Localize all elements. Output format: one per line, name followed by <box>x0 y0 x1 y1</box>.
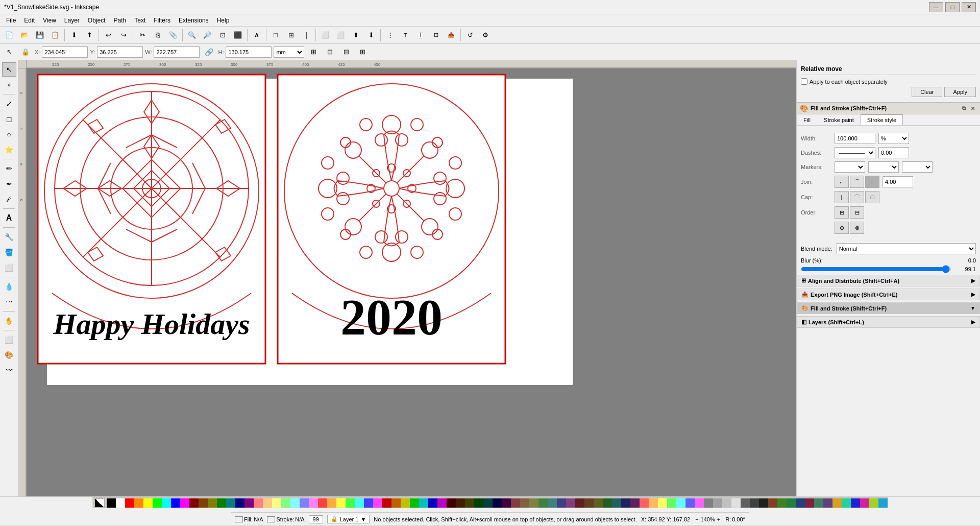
color-swatch[interactable] <box>327 498 336 508</box>
color-swatch[interactable] <box>272 498 281 508</box>
star-tool-btn[interactable]: ⭐ <box>2 142 16 157</box>
menu-file[interactable]: File <box>2 16 20 25</box>
color-swatch[interactable] <box>373 498 382 508</box>
color-swatch[interactable] <box>199 498 208 508</box>
color-swatch[interactable] <box>667 498 676 508</box>
color-swatch[interactable] <box>584 498 594 508</box>
color-swatch[interactable] <box>814 498 823 508</box>
menu-text[interactable]: Text <box>130 16 150 25</box>
grid-button[interactable]: ⊞ <box>284 28 298 42</box>
nodes-icon[interactable]: ⊞ <box>355 45 370 59</box>
menu-filters[interactable]: Filters <box>150 16 175 25</box>
save-copy-button[interactable]: 📋 <box>48 28 62 42</box>
color-swatch[interactable] <box>382 498 391 508</box>
color-swatch[interactable] <box>823 498 832 508</box>
color-swatch[interactable] <box>162 498 171 508</box>
color-swatch[interactable] <box>768 498 777 508</box>
color-swatch[interactable] <box>254 498 263 508</box>
color-swatch[interactable] <box>226 498 235 508</box>
apply-button[interactable]: Apply <box>944 87 976 97</box>
callig-tool-btn[interactable]: 🖋 <box>2 192 16 206</box>
open-button[interactable]: 📂 <box>17 28 32 42</box>
color-swatch[interactable] <box>125 498 134 508</box>
dashes-select[interactable]: ———————— - - - - - · · · · · <box>835 147 875 158</box>
color-swatch[interactable] <box>713 498 722 508</box>
blur-slider[interactable] <box>801 266 951 273</box>
color-swatch[interactable] <box>695 498 704 508</box>
zoom-tool-btn[interactable]: ⤢ <box>2 97 16 111</box>
color-swatch[interactable] <box>869 498 878 508</box>
group-button[interactable]: ⬜ <box>318 28 332 42</box>
menu-extensions[interactable]: Extensions <box>175 16 213 25</box>
copy-button[interactable]: ⎘ <box>151 28 165 42</box>
color-swatch[interactable] <box>685 498 695 508</box>
color-swatch[interactable] <box>529 498 538 508</box>
select-tool-btn[interactable]: ↖ <box>2 62 16 77</box>
color-swatch[interactable] <box>658 498 667 508</box>
menu-edit[interactable]: Edit <box>20 16 39 25</box>
text-flow[interactable]: ⊡ <box>429 28 443 42</box>
order-stroke-over-paint-btn[interactable]: ⊟ <box>850 206 864 219</box>
select-arrow[interactable]: ↖ <box>2 45 16 59</box>
color-swatch[interactable] <box>851 498 860 508</box>
canvas-content[interactable]: Happy Holidays <box>27 68 796 496</box>
color-swatch[interactable] <box>244 498 254 508</box>
width-input[interactable] <box>835 133 875 144</box>
text-tool-btn[interactable]: A <box>2 211 16 225</box>
paste-button[interactable]: 📎 <box>166 28 180 42</box>
color-swatch[interactable] <box>355 498 364 508</box>
close-button[interactable]: ✕ <box>962 2 976 12</box>
color-swatch[interactable] <box>704 498 713 508</box>
join-round-btn[interactable]: ⌒ <box>850 176 864 188</box>
color-swatch[interactable] <box>318 498 327 508</box>
color-swatch[interactable] <box>391 498 401 508</box>
color-swatch[interactable] <box>750 498 759 508</box>
color-swatch[interactable] <box>364 498 373 508</box>
color-swatch[interactable] <box>134 498 143 508</box>
cut-button[interactable]: ✂ <box>135 28 150 42</box>
width-unit-select[interactable]: % px mm <box>878 133 909 144</box>
spray-tool-btn[interactable]: 🔧 <box>2 230 16 244</box>
color-swatch[interactable] <box>860 498 869 508</box>
lock-aspect-icon[interactable]: 🔗 <box>202 45 216 59</box>
gradient-tool-btn[interactable]: ⬜ <box>2 260 16 275</box>
color-swatch[interactable] <box>465 498 474 508</box>
color-swatch[interactable] <box>474 498 483 508</box>
color-swatch[interactable] <box>235 498 244 508</box>
menu-path[interactable]: Path <box>110 16 131 25</box>
color-swatch[interactable] <box>722 498 731 508</box>
import-button[interactable]: ⬇ <box>67 28 81 42</box>
color-swatch[interactable] <box>180 498 189 508</box>
rect-tool-btn[interactable]: ◻ <box>2 112 16 126</box>
color-swatch[interactable] <box>842 498 851 508</box>
align-icon[interactable]: ⊡ <box>323 45 337 59</box>
order-btn3[interactable]: ⊕ <box>835 222 849 234</box>
object-rotate[interactable]: ↺ <box>463 28 477 42</box>
color-swatch[interactable] <box>575 498 584 508</box>
lower-button[interactable]: ⬇ <box>364 28 378 42</box>
color-swatch[interactable] <box>447 498 456 508</box>
color-swatch[interactable] <box>290 498 300 508</box>
color-swatch[interactable] <box>143 498 153 508</box>
color-swatch[interactable] <box>107 498 116 508</box>
minimize-button[interactable]: — <box>929 2 943 12</box>
save-button[interactable]: 💾 <box>33 28 47 42</box>
unit-select[interactable]: mm px pt cm in <box>274 46 304 58</box>
color-swatch[interactable] <box>640 498 649 508</box>
distribute-icon[interactable]: ⊟ <box>339 45 353 59</box>
order-paint-over-stroke-btn[interactable]: ⊞ <box>835 206 849 219</box>
color-swatch[interactable] <box>796 498 805 508</box>
color-swatch[interactable] <box>502 498 511 508</box>
ellipse-tool-btn[interactable]: ○ <box>2 127 16 141</box>
zoom-draw-button[interactable]: ⬛ <box>231 28 245 42</box>
stroke-paint-tab[interactable]: Stroke paint <box>817 114 861 125</box>
fill-stroke-collapse-header[interactable]: 🎨 Fill and Stroke (Shift+Ctrl+F) ▼ <box>797 302 980 314</box>
color-swatch[interactable] <box>217 498 226 508</box>
color-swatch[interactable] <box>116 498 125 508</box>
stroke-style-tab[interactable]: Stroke style <box>861 114 903 125</box>
ungroup-button[interactable]: ⬜ <box>333 28 348 42</box>
color-swatch[interactable] <box>731 498 741 508</box>
fill-tool-btn[interactable]: 🪣 <box>2 245 16 259</box>
layer-indicator[interactable]: 🔒 Layer 1 ▼ <box>327 515 370 523</box>
xml-editor[interactable]: T <box>398 28 412 42</box>
